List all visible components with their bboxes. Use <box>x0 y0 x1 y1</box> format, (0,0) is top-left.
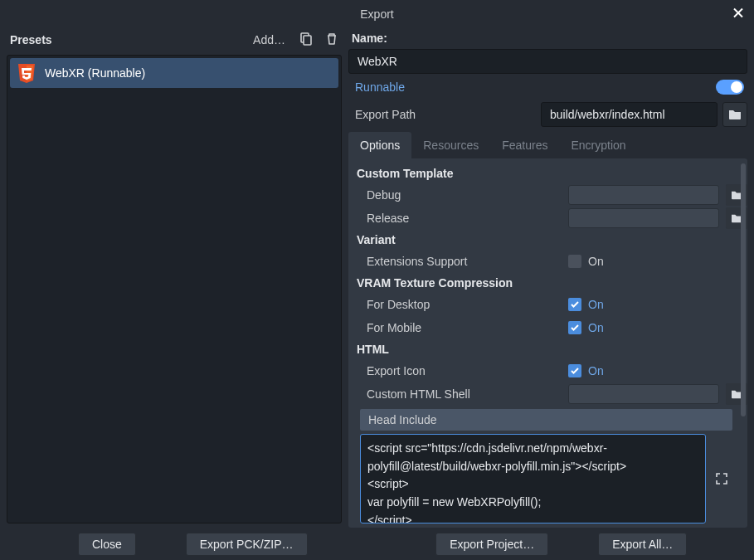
export-icon-checkbox[interactable] <box>568 364 581 377</box>
tabs: Options Resources Features Encryption <box>348 132 747 158</box>
preset-item-label: WebXR (Runnable) <box>45 66 145 80</box>
export-icon-state: On <box>588 364 604 377</box>
export-pck-button[interactable]: Export PCK/ZIP… <box>186 533 308 556</box>
preset-list[interactable]: WebXR (Runnable) <box>7 55 342 523</box>
close-button[interactable]: Close <box>78 533 136 556</box>
titlebar: Export <box>0 0 754 27</box>
tab-encryption[interactable]: Encryption <box>559 132 637 158</box>
expand-icon[interactable] <box>711 434 732 523</box>
presets-header: Presets <box>10 33 52 46</box>
section-vram: VRAM Texture Compression <box>353 273 742 293</box>
name-label: Name: <box>348 27 747 49</box>
html5-icon <box>17 61 36 85</box>
export-path-label: Export Path <box>348 108 536 121</box>
extensions-support-state: On <box>588 255 604 268</box>
vram-desktop-checkbox[interactable] <box>568 298 581 311</box>
vram-mobile-label: For Mobile <box>367 321 568 334</box>
runnable-toggle[interactable] <box>716 80 744 95</box>
export-path-input[interactable] <box>541 102 718 127</box>
add-preset-button[interactable]: Add… <box>250 32 289 48</box>
custom-shell-input[interactable] <box>568 384 719 404</box>
footer: Close Export PCK/ZIP… Export Project… Ex… <box>0 528 754 560</box>
release-input[interactable] <box>568 208 719 228</box>
scrollbar[interactable] <box>741 163 746 416</box>
export-project-button[interactable]: Export Project… <box>435 533 548 556</box>
head-include-label: Head Include <box>360 409 732 431</box>
tab-resources[interactable]: Resources <box>411 132 490 158</box>
close-icon[interactable] <box>732 5 744 22</box>
vram-mobile-state: On <box>588 321 604 334</box>
section-custom-template: Custom Template <box>353 163 742 183</box>
export-path-browse-icon[interactable] <box>722 102 747 127</box>
extensions-support-label: Extensions Support <box>367 255 568 268</box>
export-icon-label: Export Icon <box>367 364 568 377</box>
release-label: Release <box>367 212 568 225</box>
head-include-textarea[interactable] <box>360 434 706 523</box>
custom-shell-label: Custom HTML Shell <box>367 387 568 401</box>
section-variant: Variant <box>353 230 742 250</box>
section-html: HTML <box>353 339 742 359</box>
extensions-support-checkbox[interactable] <box>568 255 581 268</box>
preset-item-webxr[interactable]: WebXR (Runnable) <box>10 58 338 88</box>
runnable-label: Runnable <box>348 80 716 94</box>
presets-panel: Presets Add… WebXR (Runnable) <box>0 27 348 528</box>
vram-desktop-label: For Desktop <box>367 298 568 311</box>
copy-preset-icon[interactable] <box>295 31 315 50</box>
export-all-button[interactable]: Export All… <box>598 533 687 556</box>
tab-features[interactable]: Features <box>490 132 559 158</box>
svg-rect-1 <box>304 36 311 45</box>
name-input[interactable] <box>348 49 747 74</box>
options-body: Custom Template Debug Release <box>348 158 747 528</box>
vram-mobile-checkbox[interactable] <box>568 321 581 334</box>
debug-label: Debug <box>367 188 568 202</box>
window-title: Export <box>360 7 393 21</box>
tab-options[interactable]: Options <box>348 132 411 158</box>
debug-input[interactable] <box>568 185 719 205</box>
delete-preset-icon[interactable] <box>322 31 342 50</box>
vram-desktop-state: On <box>588 298 604 311</box>
export-options-panel: Name: Runnable Export Path Options Resou… <box>348 27 754 528</box>
